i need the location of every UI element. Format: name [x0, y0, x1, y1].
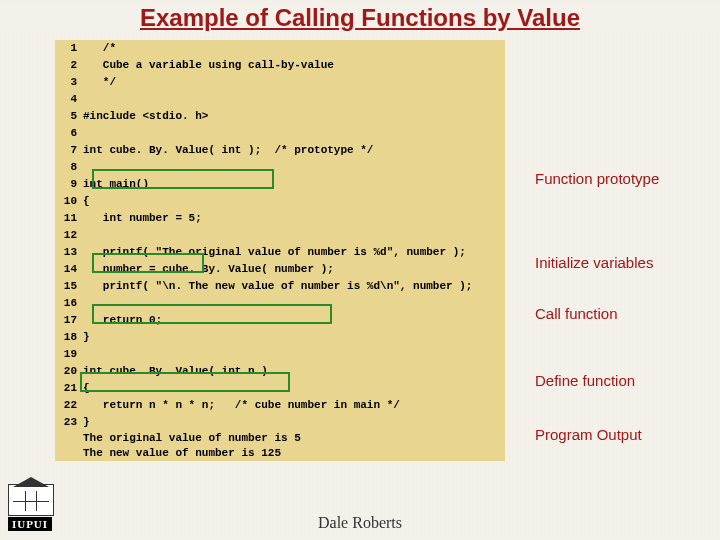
code-line: 16 — [55, 295, 505, 312]
code-line: 20int cube. By. Value( int n ) — [55, 363, 505, 380]
code-line: 11 int number = 5; — [55, 210, 505, 227]
code-line: 6 — [55, 125, 505, 142]
slide-title: Example of Calling Functions by Value — [0, 4, 720, 32]
code-line: 13 printf( "The original value of number… — [55, 244, 505, 261]
code-line: 15 printf( "\n. The new value of number … — [55, 278, 505, 295]
code-line: 19 — [55, 346, 505, 363]
code-block: 1 /* 2 Cube a variable using call-by-val… — [55, 40, 505, 461]
program-output-2: The new value of number is 125 — [55, 446, 505, 461]
footer-author: Dale Roberts — [0, 514, 720, 532]
logo-text: IUPUI — [8, 517, 52, 531]
code-line: 7int cube. By. Value( int ); /* prototyp… — [55, 142, 505, 159]
house-icon — [8, 484, 54, 516]
code-line: 5#include <stdio. h> — [55, 108, 505, 125]
annotation-output: Program Output — [535, 426, 642, 443]
code-line: 14 number = cube. By. Value( number ); — [55, 261, 505, 278]
code-line: 4 — [55, 91, 505, 108]
code-line: 21{ — [55, 380, 505, 397]
annotation-define: Define function — [535, 372, 635, 389]
code-line: 9int main() — [55, 176, 505, 193]
code-line: 22 return n * n * n; /* cube number in m… — [55, 397, 505, 414]
code-line: 12 — [55, 227, 505, 244]
annotation-init: Initialize variables — [535, 254, 653, 271]
code-line: 17 return 0; — [55, 312, 505, 329]
program-output-1: The original value of number is 5 — [55, 431, 505, 446]
code-line: 10{ — [55, 193, 505, 210]
code-line: 18} — [55, 329, 505, 346]
code-line: 1 /* — [55, 40, 505, 57]
annotation-call: Call function — [535, 305, 618, 322]
code-line: 3 */ — [55, 74, 505, 91]
code-line: 8 — [55, 159, 505, 176]
code-line: 2 Cube a variable using call-by-value — [55, 57, 505, 74]
annotation-prototype: Function prototype — [535, 170, 659, 187]
iupui-logo: IUPUI — [8, 484, 52, 534]
code-line: 23} — [55, 414, 505, 431]
